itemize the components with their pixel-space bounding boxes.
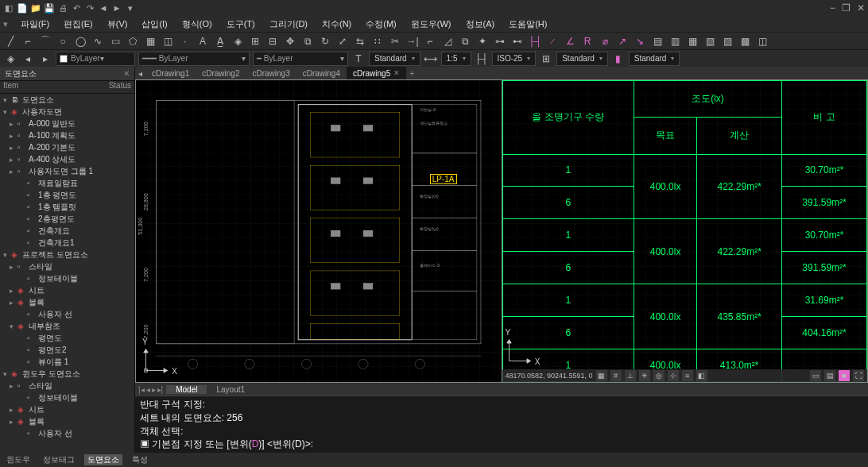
doc-tab[interactable]: cDrawing4	[296, 67, 347, 79]
mlstyle-icon[interactable]: ▮	[611, 52, 626, 66]
rect-icon[interactable]: ▭	[108, 34, 122, 48]
layer-icon[interactable]: ▤	[650, 34, 665, 48]
lineweight-combo[interactable]: ━ ByLayer▾	[253, 52, 348, 66]
app-caret-icon[interactable]: ▾	[3, 19, 8, 29]
model-toggle[interactable]: ▭	[810, 370, 821, 381]
menu-tools[interactable]: 도구(T)	[220, 17, 262, 32]
mirror-icon[interactable]: ⇆	[353, 34, 367, 48]
more-icon[interactable]: ▾	[125, 2, 136, 14]
mlstyle-combo[interactable]: Standard▾	[629, 52, 680, 66]
ortho-toggle[interactable]: ⊥	[625, 370, 636, 381]
tree-item[interactable]: ▾◈윈도우 도면요소	[0, 368, 134, 380]
otrack-toggle[interactable]: ⊹	[668, 370, 679, 381]
layer3-icon[interactable]: ▦	[685, 34, 699, 48]
dimscale-combo[interactable]: 1:5▾	[441, 52, 471, 66]
menu-edit[interactable]: 편집(E)	[57, 17, 99, 32]
tab-close-icon[interactable]: ✕	[393, 69, 400, 77]
new-icon[interactable]: 📄	[17, 2, 28, 14]
tree-item[interactable]: ▾◈사용자도면	[0, 106, 134, 118]
tree-item[interactable]: ▫평면도	[0, 332, 134, 344]
tree-item[interactable]: ▫사용자 선	[0, 308, 134, 320]
leader-icon[interactable]: ↘	[633, 34, 647, 48]
polygon-icon[interactable]: ⬠	[126, 34, 140, 48]
dyn-toggle[interactable]: ◧	[696, 370, 707, 381]
circle-icon[interactable]: ○	[56, 34, 70, 48]
join-icon[interactable]: ⊶	[493, 34, 507, 48]
doc-tab-add-icon[interactable]: +	[406, 67, 417, 79]
tree-item[interactable]: ▫평면도2	[0, 344, 134, 356]
element-tree[interactable]: ▾🗎도면요소 ▾◈사용자도면▸▫A-000 일반도▸▫A-100 계획도▸▫A-…	[0, 94, 134, 453]
arc-icon[interactable]: ⌒	[38, 34, 52, 48]
prop-next-icon[interactable]: ▸	[38, 52, 52, 66]
mtext-icon[interactable]: A̲	[213, 34, 227, 48]
tablestyle-combo[interactable]: Standard▾	[556, 52, 608, 66]
tree-item[interactable]: ▫2층평면도	[0, 213, 134, 225]
menu-modify[interactable]: 수정(M)	[359, 17, 403, 32]
doc-tab[interactable]: cDrawing3	[246, 67, 296, 79]
textstyle-combo[interactable]: Standard▾	[369, 52, 420, 66]
polar-toggle[interactable]: ✳	[639, 370, 650, 381]
tree-item[interactable]: ▸◈블록	[0, 415, 134, 427]
menu-window[interactable]: 윈도우(W)	[405, 17, 458, 32]
copy-icon[interactable]: ⧉	[300, 34, 315, 48]
dim-angular-icon[interactable]: ∠	[563, 34, 577, 48]
tree-item[interactable]: ▸◈시트	[0, 284, 134, 296]
tab-nav-last-icon[interactable]: ▸|	[157, 385, 164, 394]
viewport-left[interactable]: 7,200 28,800 7,200 51,300 7,200 지반실-3 계단…	[135, 79, 502, 383]
viewcube-toggle[interactable]: ■	[839, 370, 850, 381]
dim-radius-icon[interactable]: R	[580, 34, 595, 48]
osnap-toggle[interactable]: ◎	[653, 370, 665, 381]
prop-prev-icon[interactable]: ◂	[21, 52, 35, 66]
tree-item[interactable]: ▸▫스타일	[0, 261, 134, 272]
offset-icon[interactable]: ⧉	[458, 34, 472, 48]
color-combo[interactable]: ByLayer▾	[56, 52, 135, 66]
tree-item[interactable]: ▸◈시트	[0, 403, 134, 415]
tree-item[interactable]: ▫정보테이블	[0, 392, 134, 403]
array-icon[interactable]: ∷	[370, 34, 385, 48]
tree-item[interactable]: ▫재료일람표	[0, 177, 134, 189]
dimstyle-icon[interactable]: ├┤	[475, 52, 489, 66]
doc-tab-prev-icon[interactable]: ◂	[135, 67, 145, 79]
doc-tab[interactable]: cDrawing1	[145, 67, 196, 79]
move-icon[interactable]: ✥	[283, 34, 297, 48]
prop-layer-icon[interactable]: ◈	[3, 52, 17, 66]
rotate-icon[interactable]: ↻	[318, 34, 332, 48]
dim-aligned-icon[interactable]: ⟋	[545, 34, 560, 48]
tab-model[interactable]: Model	[166, 385, 207, 394]
undo-icon[interactable]: ↶	[71, 2, 82, 14]
grid-toggle[interactable]: #	[610, 370, 622, 381]
status-tab-properties[interactable]: 특성	[129, 454, 151, 465]
tree-item[interactable]: ▸▫A-400 상세도	[0, 153, 134, 165]
menu-view[interactable]: 뷰(V)	[101, 17, 134, 32]
region-icon[interactable]: ◫	[161, 34, 175, 48]
print-icon[interactable]: 🖨	[57, 2, 68, 14]
redo-icon[interactable]: ↷	[84, 2, 95, 14]
insert-icon[interactable]: ⊞	[248, 34, 262, 48]
close-icon[interactable]: ✕	[857, 2, 865, 14]
dim-linear-icon[interactable]: ├┤	[528, 34, 542, 48]
tree-item[interactable]: ▾◈프로젝트 도면요소	[0, 249, 134, 261]
dim-ord-icon[interactable]: ↗	[615, 34, 630, 48]
tree-item[interactable]: ▸▫A-200 기본도	[0, 141, 134, 153]
dimscale-icon[interactable]: ⟷	[424, 52, 438, 66]
break-icon[interactable]: ⊷	[510, 34, 525, 48]
layer6-icon[interactable]: ▩	[738, 34, 752, 48]
tree-item[interactable]: ▫정보테이블	[0, 272, 134, 284]
snap-toggle[interactable]: ▦	[596, 370, 607, 381]
tree-item[interactable]: ▫1층 평면도	[0, 189, 134, 201]
tab-nav-prev-icon[interactable]: ◂	[146, 385, 150, 394]
extend-icon[interactable]: →|	[405, 34, 420, 48]
open-icon[interactable]: 📁	[30, 2, 41, 14]
tree-item[interactable]: ▸▫사용자도면 그룹 1	[0, 165, 134, 177]
tree-item[interactable]: ▾◈내부참조	[0, 320, 134, 332]
text-icon[interactable]: A	[196, 34, 210, 48]
tree-item[interactable]: ▫뷰이름 1	[0, 356, 134, 368]
tree-item[interactable]: ▸◈블록	[0, 296, 134, 308]
line-icon[interactable]: ╱	[3, 34, 17, 48]
spline-icon[interactable]: ∿	[91, 34, 105, 48]
status-tab-window[interactable]: 윈도우	[3, 454, 33, 465]
textstyle-icon[interactable]: T	[351, 52, 366, 66]
linetype-combo[interactable]: ━━━ ByLayer▾	[138, 52, 250, 66]
status-tab-infotag[interactable]: 정보태그	[40, 454, 78, 465]
menu-format[interactable]: 형식(O)	[176, 17, 219, 32]
